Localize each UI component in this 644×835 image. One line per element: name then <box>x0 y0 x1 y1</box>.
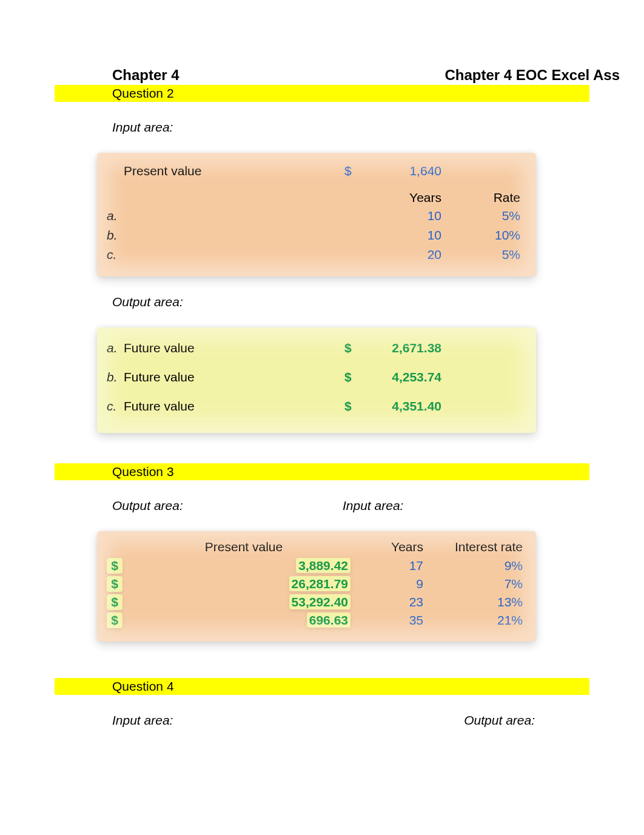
currency-symbol: $ <box>344 341 369 355</box>
currency-symbol: $ <box>107 576 122 592</box>
q2-output-box: a. Future value $ 2,671.38 b. Future val… <box>97 327 536 433</box>
pv-header: Present value <box>131 540 357 554</box>
years-value: 20 <box>369 247 460 262</box>
rate-value: 21% <box>435 613 526 628</box>
table-row: $ 3,889.42 17 9% <box>107 557 526 575</box>
row-marker: a. <box>107 209 124 223</box>
row-marker: c. <box>107 399 124 414</box>
question-3-banner: Question 3 <box>55 463 589 480</box>
pv-label: Present value <box>124 164 344 178</box>
question-4-label: Question 4 <box>55 679 589 694</box>
header-chapter: Chapter 4 <box>112 67 179 84</box>
rate-value: 5% <box>460 247 526 262</box>
table-row: $ 26,281.79 9 7% <box>107 575 526 593</box>
q4-input-label: Input area: <box>112 713 173 728</box>
years-value: 9 <box>357 577 435 591</box>
question-2-label: Question 2 <box>55 86 589 101</box>
rate-header: Rate <box>460 190 526 205</box>
rate-header: Interest rate <box>435 540 526 554</box>
currency-symbol: $ <box>107 594 122 610</box>
question-2-banner: Question 2 <box>55 85 589 102</box>
pv-value: 53,292.40 <box>289 594 351 609</box>
header-row: Chapter 4 Chapter 4 EOC Excel Ass <box>0 67 644 84</box>
q3-output-label: Output area: <box>112 498 183 513</box>
years-header: Years <box>369 190 460 205</box>
fv-label: Future value <box>124 399 344 414</box>
currency-symbol: $ <box>344 399 369 414</box>
q2-input-box: Present value $ 1,640 Years Rate a. 10 5… <box>97 153 536 277</box>
q3-labels-row: Output area: Input area: <box>0 480 644 518</box>
header-title: Chapter 4 EOC Excel Ass <box>444 67 620 84</box>
q2-input-label: Input area: <box>0 102 644 139</box>
years-value: 10 <box>369 209 460 223</box>
currency-symbol: $ <box>107 558 122 574</box>
fv-label: Future value <box>124 370 344 384</box>
rate-value: 10% <box>460 228 526 243</box>
pv-value: 1,640 <box>369 164 460 178</box>
q4-labels-row: Input area: Output area: <box>0 695 644 728</box>
q3-input-label: Input area: <box>343 498 403 513</box>
row-marker: a. <box>107 341 124 355</box>
fv-value: 2,671.38 <box>369 341 460 355</box>
table-row: $ 696.63 35 21% <box>107 611 526 629</box>
fv-label: Future value <box>124 341 344 355</box>
fv-value: 4,253.74 <box>369 370 460 384</box>
row-marker: c. <box>107 247 124 262</box>
currency-symbol: $ <box>107 612 122 628</box>
rate-value: 7% <box>435 577 526 591</box>
currency-symbol: $ <box>344 370 369 384</box>
fv-value: 4,351.40 <box>369 399 460 414</box>
years-value: 35 <box>357 613 435 628</box>
q4-output-label: Output area: <box>464 713 535 728</box>
row-marker: b. <box>107 370 124 384</box>
page: Chapter 4 Chapter 4 EOC Excel Ass Questi… <box>0 0 644 728</box>
table-row: $ 53,292.40 23 13% <box>107 593 526 611</box>
rate-value: 13% <box>435 595 526 609</box>
question-3-label: Question 3 <box>55 464 589 479</box>
question-4-banner: Question 4 <box>55 678 589 695</box>
rate-value: 5% <box>460 209 526 223</box>
q2-output-label: Output area: <box>0 277 644 314</box>
currency-symbol: $ <box>344 164 369 178</box>
row-marker: b. <box>107 228 124 243</box>
years-value: 10 <box>369 228 460 243</box>
q3-box: Present value Years Interest rate $ 3,88… <box>97 531 536 642</box>
years-value: 17 <box>357 558 435 573</box>
years-header: Years <box>357 540 435 554</box>
years-value: 23 <box>357 595 435 609</box>
pv-value: 696.63 <box>307 612 351 628</box>
pv-value: 3,889.42 <box>296 558 351 573</box>
pv-value: 26,281.79 <box>289 576 351 591</box>
rate-value: 9% <box>435 558 526 573</box>
